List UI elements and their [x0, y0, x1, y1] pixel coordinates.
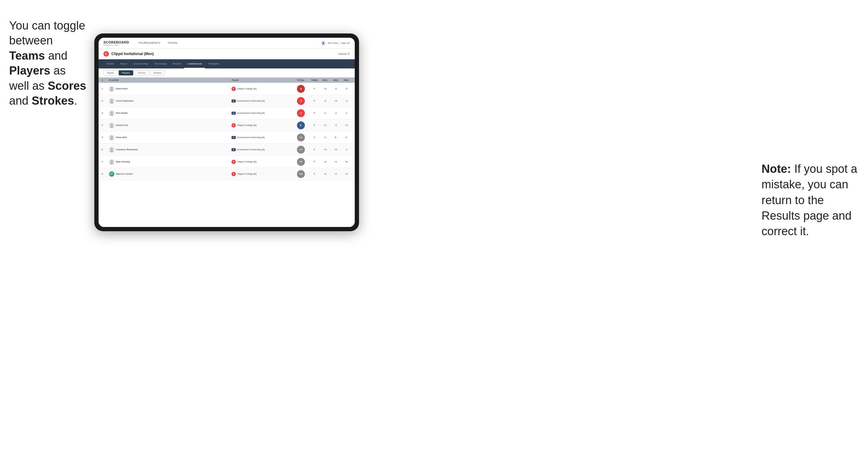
row-thru: F	[309, 99, 320, 102]
row-rd1: +3	[320, 87, 331, 90]
player-avatar	[109, 86, 114, 92]
row-rank: 7	[102, 160, 109, 163]
svg-point-11	[110, 138, 114, 140]
bold-scores: Scores	[48, 80, 86, 92]
row-rd1: +1	[320, 112, 331, 115]
table-row[interactable]: 3 Rich Butler S Scoreboard University [A…	[99, 107, 355, 119]
row-team: S Scoreboard University [A]	[231, 99, 292, 102]
tab-course-setup[interactable]: Course Setup	[130, 59, 151, 68]
bold-teams: Teams	[9, 49, 45, 62]
cancel-button[interactable]: Cancel ✕	[338, 52, 350, 55]
row-team: S Scoreboard University [A]	[231, 136, 292, 139]
row-player: Chris Robertson	[109, 98, 231, 104]
nav-tournaments[interactable]: TOURNAMENTS	[134, 38, 164, 49]
right-annotation: Note: If you spot a mistake, you can ret…	[762, 161, 859, 239]
bold-strokes: Strokes	[32, 94, 74, 107]
left-annotation: You can toggle between Teams and Players…	[9, 18, 88, 108]
top-nav: SCOREBOARD Powered by clippd TOURNAMENTS…	[99, 38, 355, 49]
row-player: Blair McHarg	[109, 159, 231, 164]
row-rd3: -1	[341, 148, 352, 151]
svg-point-5	[110, 102, 114, 104]
player-avatar	[109, 98, 114, 104]
row-rank: 4	[102, 124, 109, 127]
svg-point-9	[110, 126, 114, 128]
c-logo: C	[103, 51, 109, 57]
score-badge: +11	[297, 170, 305, 178]
tab-details[interactable]: Details	[103, 59, 117, 68]
table-row[interactable]: 2 Chris Robertson S Scoreboard Universit…	[99, 95, 355, 107]
user-name: Test User |	[328, 42, 339, 44]
row-player: MT Marcus Turners	[109, 171, 231, 177]
nav-links: TOURNAMENTS TEAMS	[134, 38, 181, 49]
player-avatar	[109, 123, 114, 128]
svg-point-6	[111, 111, 113, 114]
row-rd1: +2	[320, 173, 331, 175]
row-rank: 5	[102, 136, 109, 139]
table-row[interactable]: 5 Rees Britt S Scoreboard University [A]…	[99, 131, 355, 144]
tournament-header: C Clippd Invitational (Men) Cancel ✕	[99, 49, 355, 59]
row-rank: 2	[102, 99, 109, 102]
svg-point-12	[111, 148, 113, 150]
svg-point-13	[110, 150, 114, 152]
row-thru: F	[309, 136, 320, 139]
col-rank-header: #	[102, 79, 109, 82]
player-avatar	[109, 159, 114, 164]
sign-out-link[interactable]: Sign out	[341, 42, 350, 44]
table-row[interactable]: 4 David Ford C Clippd College [A] E F +1…	[99, 119, 355, 131]
row-thru: F	[309, 124, 320, 127]
table-row[interactable]: 1 Elliot Ebert C Clippd College [A] -8 F…	[99, 83, 355, 95]
table-row[interactable]: 7 Blair McHarg C Clippd College [A] +5 F…	[99, 156, 355, 168]
table-header: # PLAYER TEAM TOTAL THRU RD1 RD2 RD3	[99, 77, 355, 83]
row-rd3: +2	[341, 173, 352, 175]
row-total: +4	[292, 146, 309, 154]
row-rd3: +3	[341, 124, 352, 127]
player-avatar	[109, 147, 114, 152]
scoreboard-logo: SCOREBOARD Powered by clippd	[103, 40, 129, 46]
tab-results[interactable]: Results	[170, 59, 184, 68]
row-rd2: +7	[331, 173, 341, 175]
row-thru: F	[309, 173, 320, 175]
svg-point-14	[111, 160, 113, 162]
row-rd1: +1	[320, 136, 331, 139]
row-player: David Ford	[109, 123, 231, 128]
row-total: +1	[292, 133, 309, 142]
row-player: Elliot Ebert	[109, 86, 231, 92]
score-badge: +4	[297, 146, 305, 154]
sub-tab-teams[interactable]: Teams	[103, 70, 118, 75]
tab-leaderboards[interactable]: Leaderboards	[184, 59, 205, 68]
sub-tab-players[interactable]: Players	[119, 70, 133, 75]
tab-printables[interactable]: Printables	[205, 59, 222, 68]
row-rd3: -4	[341, 99, 352, 102]
table-row[interactable]: 6 Cameron Robertson S Scoreboard Univers…	[99, 144, 355, 156]
row-rd1: +1	[320, 124, 331, 127]
tournament-title: C Clippd Invitational (Men)	[103, 51, 154, 57]
row-player: Cameron Robertson	[109, 147, 231, 152]
row-rd1: +5	[320, 148, 331, 151]
col-total-header: TOTAL	[292, 79, 309, 82]
row-rd2: -2	[331, 112, 341, 115]
tab-teams[interactable]: Teams	[117, 59, 130, 68]
row-rank: 3	[102, 112, 109, 115]
ipad-screen: SCOREBOARD Powered by clippd TOURNAMENTS…	[99, 38, 355, 227]
player-avatar	[109, 111, 114, 116]
row-rank: 1	[102, 87, 109, 90]
sub-tab-scores[interactable]: Scores	[134, 70, 149, 75]
avatar: 👤	[321, 41, 326, 45]
sub-tab-strokes[interactable]: Strokes	[150, 70, 165, 75]
tournament-name: Clippd Invitational (Men)	[111, 52, 154, 56]
svg-point-3	[110, 89, 114, 92]
row-rd2: -4	[331, 124, 341, 127]
row-rd1: +2	[320, 160, 331, 163]
table-row[interactable]: 8 MT Marcus Turners C Clippd College [A]…	[99, 168, 355, 180]
user-area: 👤 Test User | Sign out	[321, 41, 350, 45]
row-rank: 6	[102, 148, 109, 151]
row-player: Rees Britt	[109, 135, 231, 140]
svg-point-10	[111, 136, 113, 138]
tab-tee-groups[interactable]: Tee Groups	[151, 59, 170, 68]
nav-teams[interactable]: TEAMS	[164, 38, 181, 49]
score-badge: -8	[297, 85, 305, 93]
player-avatar	[109, 135, 114, 140]
row-thru: F	[309, 160, 320, 163]
row-team: S Scoreboard University [A]	[231, 112, 292, 115]
col-rd1-header: RD1	[320, 79, 331, 82]
